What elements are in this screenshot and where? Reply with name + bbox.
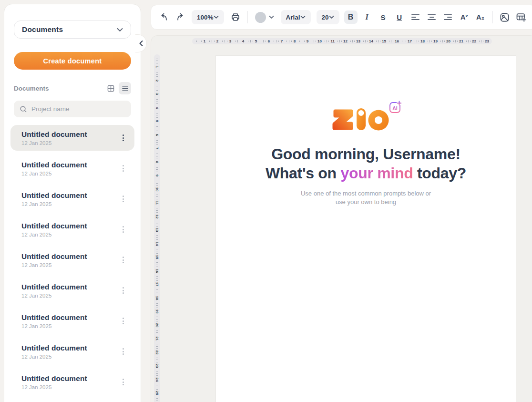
greeting-line1: Good morning, Username! xyxy=(271,145,460,163)
subtitle-line2: use your own to being xyxy=(336,198,396,206)
document-date: 12 Jan 2025 xyxy=(21,323,120,329)
document-list-item[interactable]: Untitled document 12 Jan 2025 xyxy=(10,247,134,273)
strikethrough-button[interactable]: S xyxy=(377,10,390,24)
document-item-text: Untitled document 12 Jan 2025 xyxy=(21,191,120,207)
greeting-line2-after: today? xyxy=(413,165,466,182)
document-title: Untitled document xyxy=(21,222,120,230)
kebab-menu-icon[interactable] xyxy=(120,223,127,236)
document-title: Untitled document xyxy=(21,191,120,200)
logo-badge-text: AI xyxy=(392,105,398,111)
chevron-left-icon xyxy=(139,41,143,46)
document-date: 12 Jan 2025 xyxy=(21,232,120,237)
align-center-icon xyxy=(428,14,436,20)
print-button[interactable] xyxy=(229,10,242,24)
document-list-item[interactable]: Untitled document 12 Jan 2025 xyxy=(10,155,134,181)
bold-button[interactable]: B xyxy=(344,10,358,24)
vertical-ruler: 1234567891011121314151617181920212223242… xyxy=(154,54,160,402)
kebab-menu-icon[interactable] xyxy=(120,345,127,358)
collection-selector-dropdown[interactable]: Documents xyxy=(14,21,131,39)
align-left-button[interactable] xyxy=(409,10,422,24)
document-date: 12 Jan 2025 xyxy=(21,262,120,268)
insert-table-button[interactable] xyxy=(514,10,528,24)
document-title: Untitled document xyxy=(21,344,120,352)
chevron-down-icon xyxy=(300,15,306,19)
align-left-icon xyxy=(411,14,419,20)
text-color-picker[interactable] xyxy=(253,12,276,23)
document-title: Untitled document xyxy=(21,161,120,169)
create-document-button[interactable]: Create document xyxy=(14,52,131,70)
kebab-menu-icon[interactable] xyxy=(120,315,127,327)
document-list-title: Documents xyxy=(14,85,104,92)
document-list-header: Documents xyxy=(14,82,131,94)
font-size-dropdown[interactable]: 20 xyxy=(317,10,339,24)
document-list-item[interactable]: Untitled document 12 Jan 2025 xyxy=(10,339,134,364)
kebab-menu-icon[interactable] xyxy=(120,132,127,144)
align-right-button[interactable] xyxy=(441,10,455,24)
document-date: 12 Jan 2025 xyxy=(21,384,120,390)
kebab-menu-icon[interactable] xyxy=(120,254,127,266)
subscript-button[interactable]: A₂ xyxy=(474,10,487,24)
underline-button[interactable]: U xyxy=(393,10,406,24)
document-item-text: Untitled document 12 Jan 2025 xyxy=(21,374,120,390)
document-date: 12 Jan 2025 xyxy=(21,140,120,146)
document-date: 12 Jan 2025 xyxy=(21,201,120,207)
editor-toolbar: 100% Arial 20 B I S U A² A₂ xyxy=(151,5,532,30)
toolbar-divider xyxy=(492,11,493,23)
italic-button[interactable]: I xyxy=(360,10,374,24)
document-item-text: Untitled document 12 Jan 2025 xyxy=(21,222,120,237)
subtitle-line1: Use one of the most common prompts below… xyxy=(301,190,431,197)
zio-logo-icon: AI xyxy=(330,101,402,132)
color-swatch-icon xyxy=(255,12,266,23)
search-icon xyxy=(20,105,27,113)
collection-selector-value: Documents xyxy=(22,25,63,34)
document-item-text: Untitled document 12 Jan 2025 xyxy=(21,344,120,360)
undo-icon xyxy=(159,12,169,22)
greeting-subtitle: Use one of the most common prompts below… xyxy=(216,189,516,206)
document-list-item[interactable]: Untitled document 12 Jan 2025 xyxy=(10,216,134,242)
undo-button[interactable] xyxy=(157,10,171,24)
zoom-level-value: 100% xyxy=(197,14,214,21)
font-family-dropdown[interactable]: Arial xyxy=(281,10,311,24)
insert-image-button[interactable] xyxy=(498,10,512,24)
document-list-item[interactable]: Untitled document 12 Jan 2025 xyxy=(10,369,134,395)
list-view-icon xyxy=(122,85,129,92)
document-list-item[interactable]: Untitled document 12 Jan 2025 xyxy=(10,125,134,151)
list-view-button[interactable] xyxy=(119,82,131,94)
toolbar-divider xyxy=(247,11,248,23)
kebab-menu-icon[interactable] xyxy=(120,376,127,388)
align-center-button[interactable] xyxy=(425,10,439,24)
document-list: Untitled document 12 Jan 2025 Untitled d… xyxy=(4,125,141,395)
font-size-value: 20 xyxy=(322,14,329,21)
document-item-text: Untitled document 12 Jan 2025 xyxy=(21,130,120,146)
grid-view-icon xyxy=(107,85,114,92)
project-search-field[interactable] xyxy=(14,101,131,117)
document-list-item[interactable]: Untitled document 12 Jan 2025 xyxy=(10,278,134,303)
kebab-menu-icon[interactable] xyxy=(120,284,127,297)
chevron-down-icon xyxy=(214,15,219,19)
zoom-level-dropdown[interactable]: 100% xyxy=(192,10,224,24)
document-page[interactable]: AI Good morning, Username! What's on you… xyxy=(215,55,516,402)
document-list-item[interactable]: Untitled document 12 Jan 2025 xyxy=(10,186,134,212)
sidebar-collapse-button[interactable] xyxy=(135,34,147,52)
comment-button[interactable] xyxy=(531,10,532,24)
editor-workspace: 1234567891011121314151617181920212223 12… xyxy=(151,35,532,402)
kebab-menu-icon[interactable] xyxy=(120,193,127,205)
document-title: Untitled document xyxy=(21,283,120,291)
chevron-down-icon xyxy=(329,15,334,19)
search-input[interactable] xyxy=(31,105,125,113)
printer-icon xyxy=(231,12,240,22)
chevron-down-icon xyxy=(117,28,123,32)
document-date: 12 Jan 2025 xyxy=(21,171,120,176)
redo-button[interactable] xyxy=(174,10,187,24)
superscript-button[interactable]: A² xyxy=(458,10,471,24)
font-family-value: Arial xyxy=(286,14,300,21)
document-date: 12 Jan 2025 xyxy=(21,354,120,360)
grid-view-button[interactable] xyxy=(104,82,117,94)
document-title: Untitled document xyxy=(21,313,120,322)
document-list-item[interactable]: Untitled document 12 Jan 2025 xyxy=(10,308,134,334)
image-icon xyxy=(500,12,510,22)
redo-icon xyxy=(175,12,185,22)
document-title: Untitled document xyxy=(21,374,120,383)
kebab-menu-icon[interactable] xyxy=(120,162,127,175)
chevron-down-icon xyxy=(269,15,274,19)
